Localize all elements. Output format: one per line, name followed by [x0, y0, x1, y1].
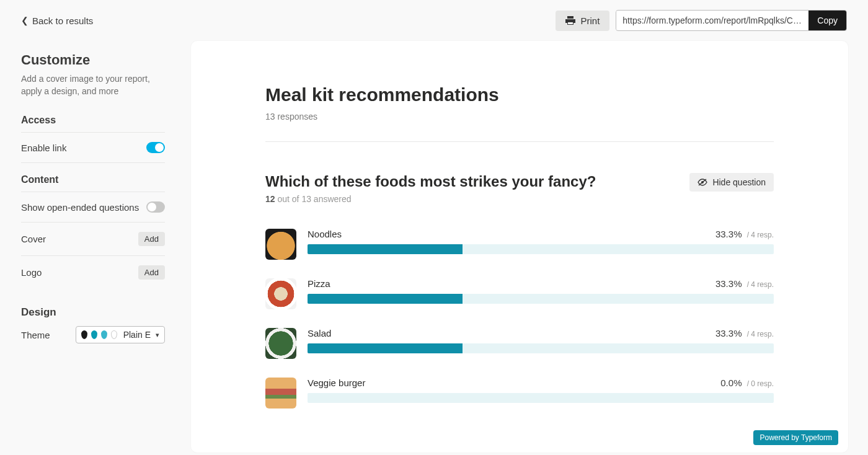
answer-row: Salad33.3% / 4 resp.	[265, 328, 774, 359]
copy-button[interactable]: Copy	[808, 11, 846, 30]
print-button[interactable]: Print	[556, 11, 609, 31]
back-to-results-link[interactable]: ❮ Back to results	[21, 15, 93, 26]
answer-bar	[308, 294, 774, 304]
open-ended-label: Show open-ended questions	[21, 202, 139, 213]
enable-link-toggle[interactable]	[146, 142, 165, 153]
swatch-icon	[81, 330, 87, 339]
answer-thumbnail	[265, 278, 296, 309]
share-url-box: Copy	[616, 10, 847, 31]
report-responses: 13 responses	[265, 112, 774, 121]
open-ended-toggle[interactable]	[146, 201, 165, 213]
answer-label: Noodles	[308, 229, 342, 239]
add-cover-button[interactable]: Add	[138, 232, 165, 246]
answer-stats: 33.3% / 4 resp.	[715, 229, 774, 239]
divider	[265, 141, 774, 142]
eye-off-icon	[698, 178, 707, 187]
svg-rect-0	[567, 16, 574, 19]
answer-thumbnail	[265, 328, 296, 359]
chevron-down-icon: ▾	[156, 331, 159, 339]
add-logo-button[interactable]: Add	[138, 265, 165, 280]
design-section-title: Design	[21, 306, 165, 319]
logo-label: Logo	[21, 267, 42, 278]
chevron-left-icon: ❮	[21, 15, 29, 25]
cover-label: Cover	[21, 234, 46, 244]
customize-subtitle: Add a cover image to your report, apply …	[21, 73, 165, 97]
print-icon	[565, 16, 575, 25]
report-title: Meal kit recommendations	[265, 84, 774, 105]
powered-by-badge[interactable]: Powered by Typeform	[753, 430, 838, 445]
answer-row: Pizza33.3% / 4 resp.	[265, 278, 774, 309]
answer-bar	[308, 343, 774, 353]
theme-label: Theme	[21, 330, 50, 340]
enable-link-label: Enable link	[21, 143, 66, 153]
swatch-icon	[91, 330, 97, 339]
print-label: Print	[580, 15, 600, 26]
theme-selector[interactable]: Plain E ▾	[76, 326, 165, 343]
answer-stats: 33.3% / 4 resp.	[715, 328, 774, 338]
hide-label: Hide question	[712, 177, 766, 187]
answer-thumbnail	[265, 378, 296, 409]
sidebar: Customize Add a cover image to your repo…	[0, 41, 186, 453]
answer-stats: 0.0% / 0 resp.	[720, 378, 774, 388]
access-section-title: Access	[21, 115, 165, 133]
answer-row: Veggie burger0.0% / 0 resp.	[265, 378, 774, 409]
answer-stats: 33.3% / 4 resp.	[715, 278, 774, 289]
swatch-icon	[111, 330, 117, 339]
answer-label: Veggie burger	[308, 378, 365, 388]
svg-rect-3	[568, 22, 573, 24]
answer-label: Pizza	[308, 278, 330, 289]
answer-bar	[308, 393, 774, 403]
question-title: Which of these foods most strikes your f…	[265, 173, 596, 190]
back-label: Back to results	[32, 15, 93, 26]
hide-question-button[interactable]: Hide question	[689, 173, 774, 192]
content-section-title: Content	[21, 174, 165, 192]
answer-label: Salad	[308, 328, 331, 338]
answer-thumbnail	[265, 229, 296, 260]
share-url-input[interactable]	[616, 11, 808, 30]
answer-row: Noodles33.3% / 4 resp.	[265, 229, 774, 260]
theme-name: Plain E	[123, 330, 151, 340]
report-panel: Meal kit recommendations 13 responses Wh…	[191, 41, 848, 453]
swatch-icon	[101, 330, 107, 339]
answer-bar	[308, 244, 774, 254]
answered-count: 12 out of 13 answered	[265, 194, 774, 204]
customize-title: Customize	[21, 52, 165, 68]
